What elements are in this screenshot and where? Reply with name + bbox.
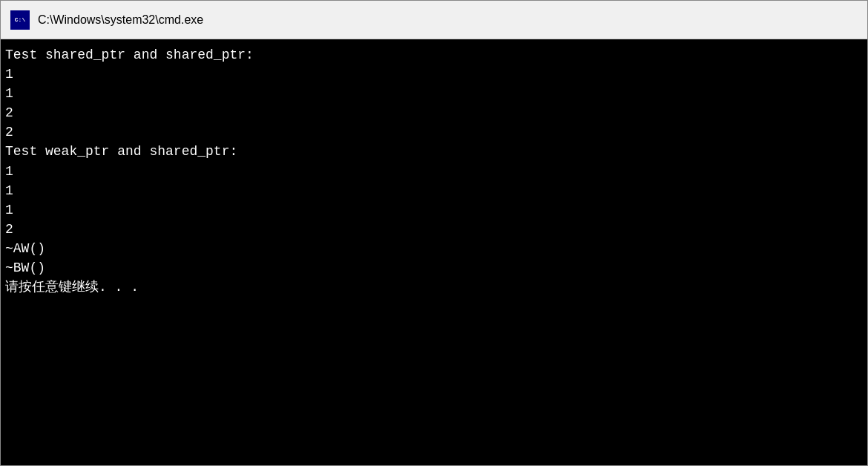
terminal-line: Test shared_ptr and shared_ptr:: [5, 45, 863, 65]
terminal-line: 1: [5, 181, 863, 200]
terminal-line: ~AW(): [5, 239, 863, 258]
terminal-line: 2: [5, 103, 863, 122]
cmd-window: C:\Windows\system32\cmd.exe Test shared_…: [0, 0, 868, 466]
title-bar: C:\Windows\system32\cmd.exe: [1, 1, 867, 39]
cmd-logo: [10, 10, 30, 30]
terminal-line: 请按任意键继续. . .: [5, 278, 863, 297]
terminal-output[interactable]: Test shared_ptr and shared_ptr:1122Test …: [1, 39, 867, 465]
terminal-line: 1: [5, 162, 863, 181]
terminal-line: Test weak_ptr and shared_ptr:: [5, 142, 863, 161]
terminal-line: 1: [5, 200, 863, 220]
terminal-line: 2: [5, 122, 863, 142]
cmd-icon: [10, 10, 30, 30]
window-title: C:\Windows\system32\cmd.exe: [38, 13, 203, 27]
terminal-line: 1: [5, 65, 863, 84]
terminal-line: 2: [5, 220, 863, 239]
terminal-line: 1: [5, 84, 863, 103]
terminal-line: ~BW(): [5, 258, 863, 278]
